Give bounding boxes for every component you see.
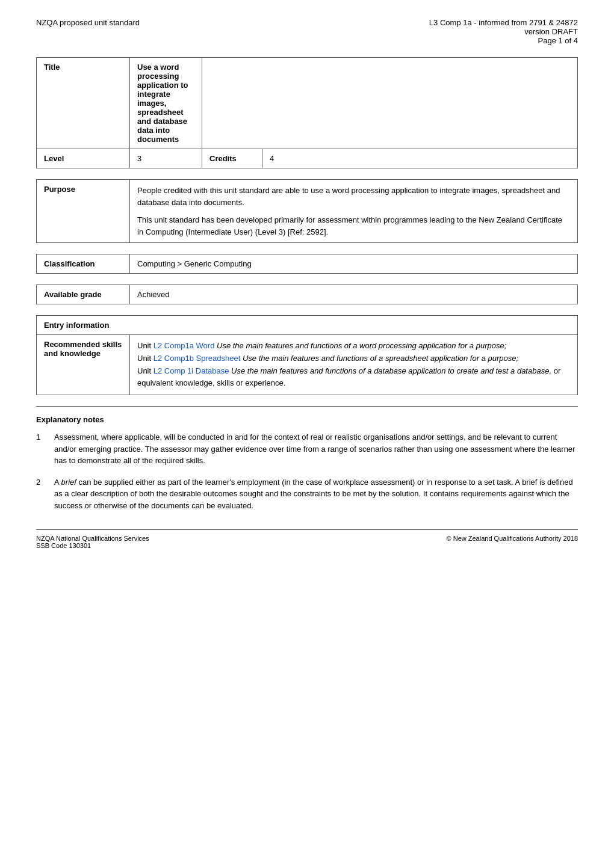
purpose-table: Purpose People credited with this unit s… <box>36 179 578 243</box>
unit3-link: L2 Comp 1i Database <box>154 366 229 375</box>
credits-label: Credits <box>202 149 262 168</box>
explanatory-num-2: 2 <box>36 476 54 512</box>
footer-left: NZQA National Qualifications Services SS… <box>36 535 149 549</box>
header-left: NZQA proposed unit standard <box>36 18 140 45</box>
title-table: Title Use a word processing application … <box>36 57 578 168</box>
available-grade-label: Available grade <box>37 285 130 304</box>
explanatory-list: 1 Assessment, where applicable, will be … <box>36 431 578 511</box>
footer-right: © New Zealand Qualifications Authority 2… <box>447 535 578 549</box>
explanatory-text-2: A brief can be supplied either as part o… <box>54 476 578 512</box>
level-value: 3 <box>130 149 202 168</box>
classification-value: Computing > Generic Computing <box>130 254 578 274</box>
recommended-content: Unit L2 Comp1a Word Use the main feature… <box>130 335 578 395</box>
unit2-link: L2 Comp1b Spreadsheet <box>154 354 241 363</box>
explanatory-item-2: 2 A brief can be supplied either as part… <box>36 476 578 512</box>
available-grade-value: Achieved <box>130 285 578 304</box>
purpose-label: Purpose <box>37 180 130 243</box>
header: NZQA proposed unit standard L3 Comp 1a -… <box>36 18 578 45</box>
explanatory-text-1: Assessment, where applicable, will be co… <box>54 431 578 467</box>
unit1-link: L2 Comp1a Word <box>154 341 215 350</box>
title-value: Use a word processing application to int… <box>130 58 202 149</box>
explanatory-section: Explanatory notes 1 Assessment, where ap… <box>36 406 578 511</box>
explanatory-title: Explanatory notes <box>36 415 578 424</box>
level-label: Level <box>37 149 130 168</box>
purpose-content: People credited with this unit standard … <box>130 180 578 243</box>
header-right: L3 Comp 1a - informed from 2791 & 24872 … <box>429 18 578 45</box>
credits-value: 4 <box>262 149 578 168</box>
classification-label: Classification <box>37 254 130 274</box>
entry-info-table: Entry information Recommended skills and… <box>36 315 578 395</box>
title-label: Title <box>37 58 130 149</box>
classification-table: Classification Computing > Generic Compu… <box>36 254 578 274</box>
explanatory-num-1: 1 <box>36 431 54 467</box>
entry-info-header: Entry information <box>37 316 578 335</box>
available-grade-table: Available grade Achieved <box>36 285 578 304</box>
recommended-label: Recommended skills and knowledge <box>37 335 130 395</box>
footer: NZQA National Qualifications Services SS… <box>36 529 578 549</box>
explanatory-item-1: 1 Assessment, where applicable, will be … <box>36 431 578 467</box>
